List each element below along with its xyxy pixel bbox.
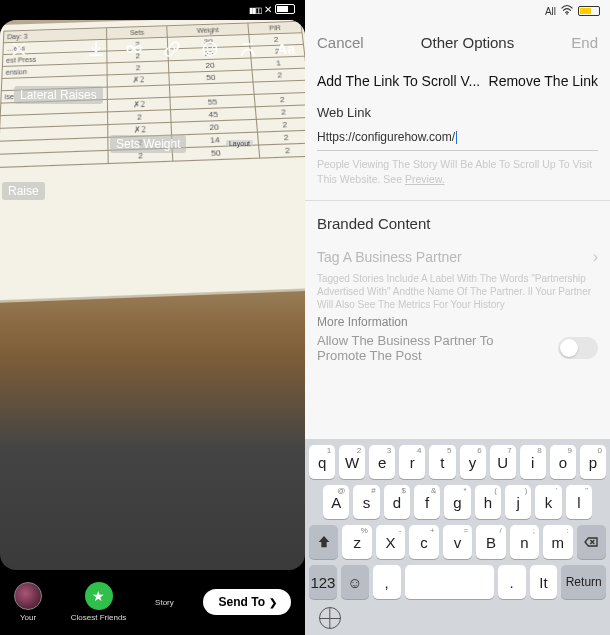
key-o[interactable]: o9 [550, 445, 576, 479]
keyboard-row-1: q1W2e3r4t5y6U7i8o9p0 [309, 445, 606, 479]
keyboard-row-2: A@s#d$f&g*h(j)k'l" [309, 485, 606, 519]
link-hint: People Viewing The Story Will Be Able To… [305, 153, 610, 193]
key-q[interactable]: q1 [309, 445, 335, 479]
period-key[interactable]: . [498, 565, 526, 599]
status-bar-right: All [305, 0, 610, 20]
key-e[interactable]: e3 [369, 445, 395, 479]
chevron-right-icon: › [593, 248, 598, 266]
send-to-button[interactable]: Send To ❯ [203, 589, 291, 615]
add-link-button[interactable]: Add The Link To Scroll V... [317, 73, 480, 89]
globe-icon[interactable] [319, 607, 341, 629]
key-d[interactable]: d$ [384, 485, 410, 519]
web-link-label: Web Link [305, 99, 610, 122]
cancel-button[interactable]: Cancel [317, 34, 364, 51]
text-tag-lateral-raises[interactable]: Lateral Raises [14, 86, 103, 104]
key-x[interactable]: X- [376, 525, 405, 559]
close-icon[interactable] [8, 38, 30, 60]
text-cursor [456, 131, 457, 144]
key-r[interactable]: r4 [399, 445, 425, 479]
space-key[interactable] [405, 565, 494, 599]
story-bottom-bar: Your ★ Closest Friends Story Send To ❯ [0, 575, 305, 635]
backspace-key[interactable] [577, 525, 606, 559]
text-tag-sets-weight[interactable]: Sets Weight [110, 135, 186, 153]
it-key[interactable]: It [530, 565, 558, 599]
keyboard-row-3: z%X-c+v=B/n;m: [309, 525, 606, 559]
key-f[interactable]: f& [414, 485, 440, 519]
key-b[interactable]: B/ [476, 525, 505, 559]
battery-icon [275, 4, 295, 14]
key-v[interactable]: v= [443, 525, 472, 559]
key-y[interactable]: y6 [460, 445, 486, 479]
link-icon[interactable] [161, 38, 183, 60]
story-toolbar: Aa [8, 38, 297, 60]
story-canvas[interactable]: Day: 3 Sets Weight PIR …ess2302 est Pres… [0, 20, 305, 570]
end-button[interactable]: End [571, 34, 598, 51]
your-story-button[interactable]: Your [14, 582, 42, 622]
key-l[interactable]: l" [566, 485, 592, 519]
close-friends-button[interactable]: ★ Closest Friends [71, 582, 127, 622]
key-g[interactable]: g* [444, 485, 470, 519]
key-w[interactable]: W2 [339, 445, 365, 479]
return-key[interactable]: Return [561, 565, 606, 599]
key-h[interactable]: h( [475, 485, 501, 519]
options-panel: All Cancel Other Options End Add The Lin… [305, 0, 610, 635]
key-k[interactable]: k' [535, 485, 561, 519]
text-tag-layout[interactable]: Layout [226, 140, 253, 147]
key-n[interactable]: n; [510, 525, 539, 559]
keyboard-row-4: 123 ☺ , . It Return [309, 565, 606, 599]
key-j[interactable]: j) [505, 485, 531, 519]
boomerang-icon[interactable] [123, 38, 145, 60]
svg-point-2 [212, 47, 214, 49]
draw-icon[interactable] [237, 38, 259, 60]
wifi-icon [560, 5, 574, 17]
key-m[interactable]: m: [543, 525, 572, 559]
shift-key[interactable] [309, 525, 338, 559]
cellular-icon [249, 4, 261, 15]
key-s[interactable]: s# [353, 485, 379, 519]
link-action-row: Add The Link To Scroll V... Remove The L… [305, 69, 610, 99]
text-icon[interactable]: Aa [275, 38, 297, 60]
comma-key[interactable]: , [373, 565, 401, 599]
remove-link-button[interactable]: Remove The Link [489, 73, 598, 89]
key-c[interactable]: c+ [409, 525, 438, 559]
preview-link[interactable]: Preview. [405, 173, 445, 185]
sticker-icon[interactable] [199, 38, 221, 60]
story-label: Story [155, 598, 174, 607]
more-info-link[interactable]: More Information [305, 313, 610, 333]
star-icon: ★ [85, 582, 113, 610]
numbers-key[interactable]: 123 [309, 565, 337, 599]
key-z[interactable]: z% [342, 525, 371, 559]
tag-partner-row[interactable]: Tag A Business Partner › [305, 242, 610, 270]
status-bar-left [249, 0, 305, 18]
branded-content-heading: Branded Content [305, 201, 610, 242]
allow-promote-toggle[interactable] [558, 337, 598, 359]
wifi-off-icon [264, 4, 272, 15]
workout-sheet: Day: 3 Sets Weight PIR …ess2302 est Pres… [0, 20, 305, 303]
allow-promote-row: Allow The Business Partner To Promote Th… [305, 333, 610, 369]
key-t[interactable]: t5 [429, 445, 455, 479]
chevron-right-icon: ❯ [269, 597, 277, 608]
svg-point-1 [207, 47, 209, 49]
story-editor: Day: 3 Sets Weight PIR …ess2302 est Pres… [0, 0, 305, 635]
battery-icon [578, 6, 600, 16]
page-title: Other Options [421, 34, 514, 51]
key-p[interactable]: p0 [580, 445, 606, 479]
download-icon[interactable] [85, 38, 107, 60]
partner-hint: Tagged Stories Include A Label With The … [305, 270, 610, 313]
key-i[interactable]: i8 [520, 445, 546, 479]
text-tag-raise[interactable]: Raise [2, 182, 45, 200]
key-u[interactable]: U7 [490, 445, 516, 479]
url-input[interactable]: Https://configurehow.com/ [317, 126, 598, 151]
key-a[interactable]: A@ [323, 485, 349, 519]
avatar [14, 582, 42, 610]
svg-point-0 [203, 42, 216, 55]
svg-point-3 [566, 13, 568, 15]
nav-bar: Cancel Other Options End [305, 20, 610, 69]
emoji-key[interactable]: ☺ [341, 565, 369, 599]
keyboard: q1W2e3r4t5y6U7i8o9p0 A@s#d$f&g*h(j)k'l" … [305, 439, 610, 635]
